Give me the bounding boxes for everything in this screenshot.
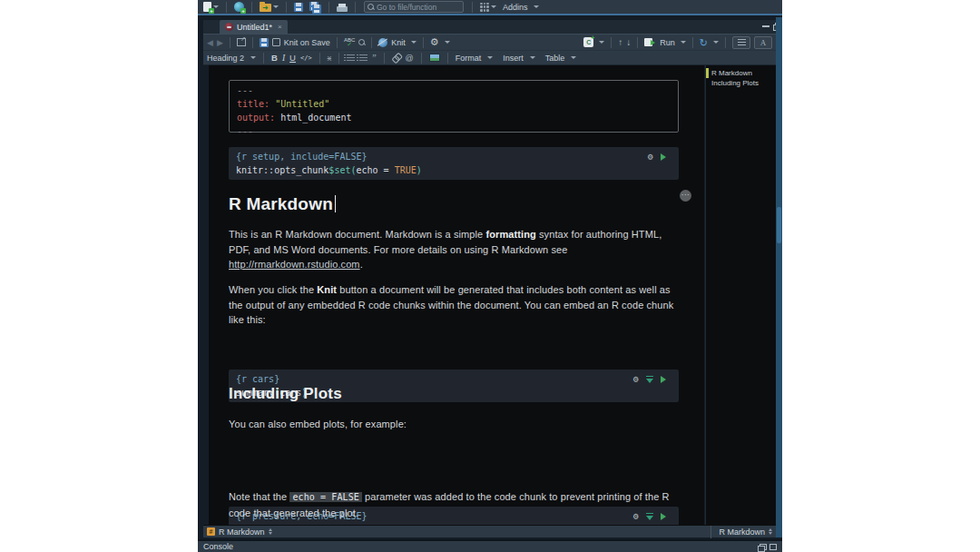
- toolbar-separator: [355, 2, 356, 13]
- open-in-new-window-button[interactable]: [237, 38, 246, 46]
- show-outline-toggle[interactable]: [732, 36, 750, 49]
- panes-caret-icon: [491, 5, 496, 8]
- go-previous-section-button[interactable]: ↑: [618, 37, 622, 47]
- workspace-panes-button[interactable]: [478, 0, 498, 14]
- print-button[interactable]: [335, 0, 349, 14]
- outline-icon: [738, 39, 746, 45]
- spellcheck-button[interactable]: ABC ✓: [344, 38, 355, 46]
- console-maximize-icon[interactable]: [769, 544, 777, 550]
- toolbar-separator: [230, 37, 230, 48]
- format-menu[interactable]: Format: [456, 54, 482, 63]
- minimize-pane-icon[interactable]: [762, 25, 769, 27]
- format-menu-caret-icon[interactable]: [487, 56, 493, 59]
- open-file-button[interactable]: ➜: [258, 0, 280, 14]
- save-icon: [294, 3, 303, 12]
- save-button[interactable]: [292, 0, 305, 14]
- knit-button[interactable]: Knit: [391, 38, 406, 47]
- toolbar-separator: [384, 53, 385, 64]
- rerun-button[interactable]: ↻: [700, 38, 708, 47]
- hyperlink[interactable]: http://rmarkdown.rstudio.com: [229, 259, 360, 270]
- block-options-icon[interactable]: ···: [680, 190, 691, 202]
- chunk-options-icon[interactable]: ⚙: [648, 152, 653, 162]
- addins-caret-icon: [534, 5, 539, 8]
- link-button[interactable]: [391, 53, 401, 63]
- knit-caret-icon[interactable]: [411, 41, 416, 44]
- insert-chunk-caret-icon[interactable]: [599, 41, 604, 44]
- doc-type-selector[interactable]: R Markdown: [710, 526, 772, 538]
- forward-button[interactable]: ▶: [217, 38, 223, 47]
- go-next-section-button[interactable]: ↓: [626, 37, 631, 47]
- run-all-above-icon[interactable]: [646, 376, 653, 383]
- outline-item-r-markdown[interactable]: R Markdown: [706, 68, 776, 78]
- toolbar-separator: [263, 53, 264, 64]
- editor-tab-bar: Untitled1* ×: [203, 20, 776, 34]
- knit-on-save-label: Knit on Save: [284, 38, 330, 47]
- citation-button[interactable]: @: [406, 54, 414, 63]
- rerun-caret-icon[interactable]: [713, 41, 719, 44]
- section-heading-including-plots[interactable]: Including Plots: [229, 385, 679, 403]
- find-replace-button[interactable]: [358, 39, 365, 45]
- toolbar-separator: [423, 37, 424, 48]
- visual-editor-canvas[interactable]: --- title: "Untitled" output: html_docum…: [209, 65, 704, 525]
- bullet-list-button[interactable]: [347, 54, 355, 61]
- heading-style-select[interactable]: Heading 2: [207, 54, 244, 63]
- yaml-metadata-block[interactable]: --- title: "Untitled" output: html_docum…: [229, 80, 679, 133]
- paragraph[interactable]: When you click the Knit button a documen…: [229, 282, 679, 328]
- section-heading-r-markdown[interactable]: R Markdown: [229, 194, 679, 214]
- save-all-button[interactable]: [308, 0, 323, 14]
- yaml-line: title: "Untitled": [237, 97, 678, 111]
- document-settings-button[interactable]: ⚙: [430, 37, 439, 47]
- code-format-button[interactable]: </>: [300, 54, 312, 62]
- console-title: Console: [203, 542, 233, 551]
- outline-item-including-plots[interactable]: Including Plots: [706, 78, 776, 88]
- paragraph[interactable]: This is an R Markdown document. Markdown…: [229, 227, 679, 272]
- run-chunk-icon[interactable]: [661, 153, 666, 161]
- back-button[interactable]: ◀: [207, 38, 213, 47]
- open-file-caret-icon: [273, 5, 279, 8]
- addins-button[interactable]: Addins: [501, 0, 541, 14]
- run-icon: [644, 38, 652, 46]
- editor-scrollbar[interactable]: [776, 17, 782, 537]
- goto-file-input[interactable]: [377, 3, 458, 12]
- chunk-options-icon[interactable]: ⚙: [633, 374, 639, 384]
- settings-caret-icon[interactable]: [445, 41, 450, 44]
- insert-menu[interactable]: Insert: [503, 54, 524, 63]
- grid-icon: [480, 3, 489, 12]
- run-button[interactable]: Run: [660, 38, 675, 47]
- search-icon: [368, 4, 374, 10]
- strikethrough-button[interactable]: x: [328, 54, 332, 63]
- rstudio-window: + + ➜: [198, 0, 782, 552]
- section-selector-arrows-icon: [269, 528, 272, 535]
- run-caret-icon[interactable]: [681, 41, 686, 44]
- toolbar-separator: [337, 37, 338, 48]
- paragraph[interactable]: You can also embed plots, for example:: [229, 417, 679, 432]
- blockquote-button[interactable]: ”: [372, 54, 376, 62]
- save-document-button[interactable]: [260, 38, 269, 47]
- italic-button[interactable]: I: [282, 54, 285, 63]
- underline-button[interactable]: U: [289, 53, 296, 63]
- insert-image-button[interactable]: [429, 54, 440, 62]
- setup-code-chunk[interactable]: {r setup, include=FALSE} knitr::opts_chu…: [229, 147, 679, 180]
- table-menu-caret-icon[interactable]: [571, 56, 576, 59]
- format-toolbar: Heading 2 B I U </> x ” @ Format Insert …: [203, 50, 776, 65]
- table-menu[interactable]: Table: [545, 54, 565, 63]
- run-chunk-icon[interactable]: [661, 376, 666, 383]
- insert-chunk-button[interactable]: C: [583, 37, 593, 47]
- new-project-button[interactable]: +: [232, 0, 246, 14]
- heading-style-caret-icon[interactable]: [250, 56, 256, 59]
- paragraph[interactable]: Note that the echo = FALSE parameter was…: [229, 489, 679, 520]
- toolbar-separator: [226, 2, 227, 13]
- console-restore-icon[interactable]: [758, 544, 765, 550]
- visual-editor-toggle[interactable]: A: [754, 36, 772, 49]
- numbered-list-button[interactable]: [359, 54, 368, 61]
- tab-untitled1[interactable]: Untitled1* ×: [220, 20, 288, 34]
- bold-button[interactable]: B: [271, 53, 278, 63]
- insert-menu-caret-icon[interactable]: [530, 56, 535, 59]
- bold-text: formatting: [485, 229, 535, 240]
- tab-close-icon[interactable]: ×: [278, 23, 282, 31]
- status-section-selector[interactable]: R Markdown: [219, 527, 265, 537]
- knit-on-save-checkbox[interactable]: [272, 38, 280, 46]
- new-file-button[interactable]: +: [201, 0, 220, 14]
- scrollbar-thumb[interactable]: [777, 207, 781, 243]
- goto-file-search[interactable]: [364, 1, 464, 13]
